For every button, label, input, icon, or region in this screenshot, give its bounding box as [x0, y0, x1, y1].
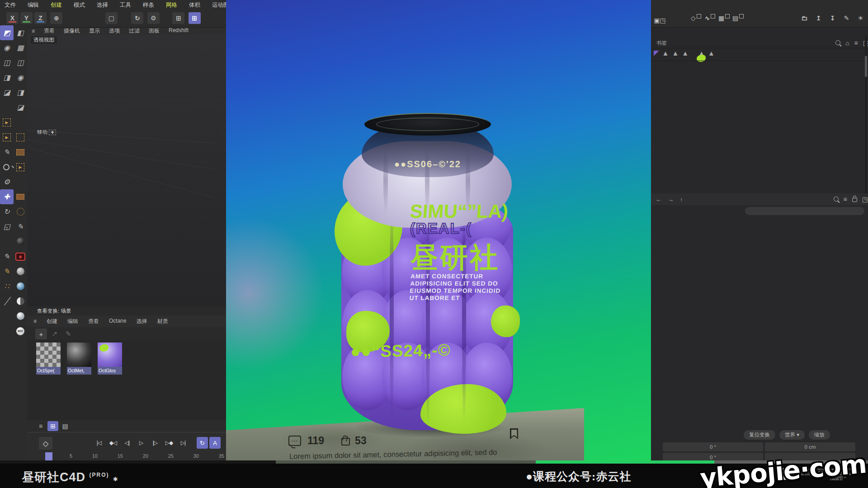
prev-frame-button[interactable]: ◁|	[121, 437, 133, 449]
mix-ball-icon[interactable]: MIX	[14, 324, 27, 338]
rotation-field[interactable]: 0 °	[663, 442, 763, 451]
menu-item[interactable]: 创建	[51, 1, 62, 9]
viewport-menu-item[interactable]: 面板	[149, 27, 160, 35]
material-menu-item[interactable]: Octane	[109, 318, 127, 325]
world-dropdown[interactable]: 世界 ▾	[779, 430, 805, 440]
material-menu-item[interactable]: 创建	[47, 318, 57, 325]
prev-key-button[interactable]: ◆◁	[107, 437, 119, 449]
attribute-search-input[interactable]	[745, 207, 864, 215]
cone-object[interactable]: ▲	[682, 49, 689, 57]
scale-button[interactable]: 缩放	[809, 430, 830, 440]
rotate-tool-icon[interactable]: ↻	[0, 204, 14, 219]
lock-icon[interactable]	[852, 196, 857, 203]
grid-lock-button[interactable]: ⊞	[189, 12, 201, 24]
spacer[interactable]	[0, 309, 14, 324]
timeline-window-icon[interactable]: ▤	[732, 12, 744, 24]
menu-item[interactable]: 选择	[97, 1, 108, 9]
material-menu-item[interactable]: 编辑	[67, 318, 78, 325]
zoom-tool-icon[interactable]	[0, 160, 14, 174]
scale-tool-icon[interactable]: ◱	[0, 219, 14, 234]
rotate-snap-button[interactable]: ↻	[131, 12, 143, 24]
pen-icon[interactable]: ✎	[840, 12, 853, 24]
render-settings-icon[interactable]: ∿	[704, 12, 716, 24]
sphere-half-icon[interactable]	[14, 294, 27, 309]
sphere-blue-icon[interactable]	[14, 279, 27, 294]
play-button[interactable]: ▷	[135, 437, 147, 449]
knife-tool-icon[interactable]: ✎	[0, 249, 14, 264]
material-thumbnail[interactable]	[36, 343, 61, 367]
circle-select-icon[interactable]	[14, 204, 27, 219]
layer-view-icon[interactable]: ▤	[60, 421, 71, 431]
grid-toggle-button[interactable]: ⊞	[172, 12, 184, 24]
edge-icon[interactable]: ◫	[14, 55, 27, 70]
sun-icon[interactable]: ☀	[854, 12, 867, 24]
progress-bar-played[interactable]	[536, 460, 714, 464]
spacer[interactable]	[0, 234, 14, 249]
loop-button[interactable]: ↻	[197, 437, 208, 449]
fill-select-icon[interactable]	[14, 145, 27, 160]
search-icon[interactable]	[834, 196, 839, 203]
paint-tool-icon[interactable]: ✎	[0, 264, 14, 279]
render-view-icon[interactable]: ◇	[690, 12, 702, 24]
point-mode-icon[interactable]: ◉	[0, 40, 14, 55]
up-icon[interactable]: ↑	[680, 196, 683, 203]
export-icon[interactable]: ↧	[826, 12, 839, 24]
rect-select-icon[interactable]: ▶	[0, 130, 14, 145]
axis-gizmo-button[interactable]: ⊕	[50, 12, 62, 24]
axis-y-button[interactable]: Y	[20, 12, 33, 24]
spacer[interactable]	[14, 174, 27, 189]
sphere-light-icon[interactable]	[14, 309, 27, 324]
forward-icon[interactable]: →	[668, 196, 674, 203]
pen-tool-icon[interactable]: ✎	[0, 145, 14, 160]
popout-icon[interactable]: ◳	[862, 196, 868, 203]
position-field[interactable]: 0 cm	[765, 442, 855, 451]
import-icon[interactable]: ↥	[812, 12, 825, 24]
material-item[interactable]: OctSpe(	[36, 343, 61, 375]
material-manager-icon[interactable]: ▦	[718, 12, 730, 24]
axis-x-button[interactable]: X	[6, 12, 19, 24]
building-icon[interactable]: ▦	[14, 40, 27, 55]
list-view-icon[interactable]: ≡	[35, 421, 46, 431]
menu-item[interactable]: 工具	[120, 1, 131, 9]
menu-item[interactable]: 样条	[143, 1, 154, 9]
material-item[interactable]: OctGlos	[98, 343, 122, 375]
line-tool-icon[interactable]: ╱	[0, 294, 14, 309]
viewport-menu-item[interactable]: 过滤	[129, 27, 140, 35]
grid-view-icon[interactable]: ⊞	[47, 421, 58, 431]
viewport-menu-item[interactable]: 摄像机	[64, 27, 80, 35]
rect-region-icon[interactable]	[14, 189, 27, 204]
material-item[interactable]: OctMet,	[67, 343, 91, 375]
tweak-tool-icon[interactable]: ⚙	[0, 174, 14, 189]
goto-end-button[interactable]: ▷|	[177, 437, 189, 449]
viewport-menu-item[interactable]: 选项	[109, 27, 120, 35]
move-tool-icon[interactable]: ✚	[0, 189, 14, 204]
menu-item[interactable]: 编辑	[28, 1, 39, 9]
spacer[interactable]	[0, 100, 14, 115]
scrollbar-thumb[interactable]	[865, 56, 867, 77]
search-icon[interactable]	[835, 39, 840, 47]
dots-tool-icon[interactable]: ∷	[0, 279, 14, 294]
material-menu-item[interactable]: 选择	[137, 318, 147, 325]
viewport-menu-item[interactable]: Redshift	[169, 27, 189, 35]
material-thumbnail[interactable]	[98, 343, 122, 367]
home-icon[interactable]: ⌂	[845, 39, 849, 47]
polygon-mode-icon[interactable]: ◨	[0, 70, 14, 85]
snap-square-button[interactable]: ▢	[105, 12, 118, 24]
eyedropper-icon[interactable]: ✎	[62, 328, 74, 339]
material-thumbnail[interactable]	[67, 343, 91, 367]
next-frame-button[interactable]: |▷	[149, 437, 161, 449]
spacer[interactable]	[14, 115, 27, 130]
autokey-button[interactable]: A	[209, 437, 221, 449]
cone-object[interactable]: ▲	[662, 49, 669, 57]
hamburger-icon[interactable]: ≡	[32, 28, 35, 34]
camera-render-icon[interactable]: ◉	[14, 249, 27, 264]
viewport-popout-icon[interactable]: ▣◳	[653, 12, 667, 28]
filter-icon[interactable]: ≡	[844, 196, 847, 203]
model-mode-icon[interactable]: ◩	[0, 25, 14, 40]
arrow-up-icon[interactable]: ↗	[49, 328, 61, 339]
cone-object[interactable]: ▲	[708, 49, 715, 57]
viewport-menu-item[interactable]: 查看	[44, 27, 55, 35]
pen-b-icon[interactable]: ✎	[14, 219, 27, 234]
viewport-menu-item[interactable]: 显示	[89, 27, 100, 35]
menu-item[interactable]: 文件	[5, 1, 16, 9]
